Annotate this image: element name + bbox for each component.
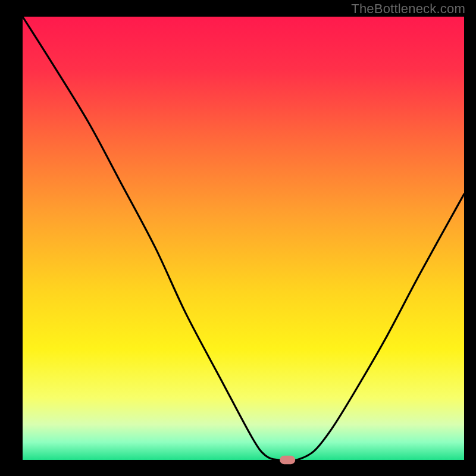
plot-background <box>23 17 464 460</box>
watermark-text: TheBottleneck.com <box>351 1 465 17</box>
bottleneck-chart <box>0 0 476 476</box>
chart-container: TheBottleneck.com <box>0 0 476 476</box>
optimal-marker <box>280 456 295 464</box>
